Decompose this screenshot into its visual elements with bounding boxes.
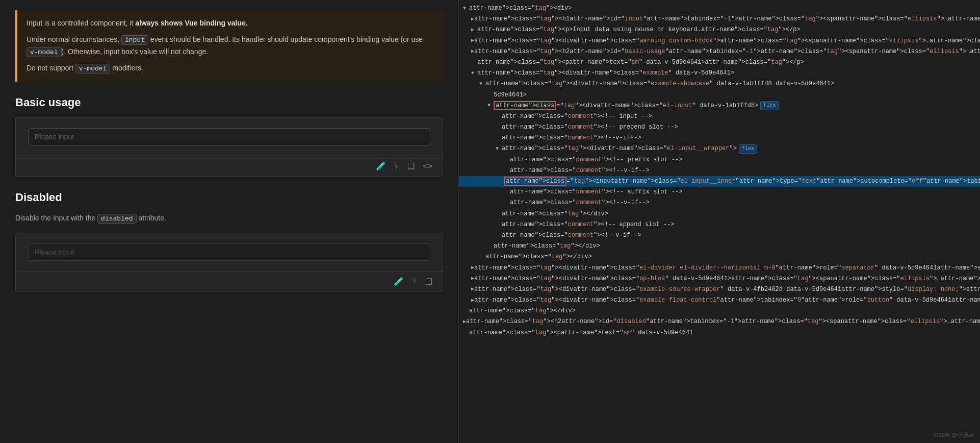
basic-usage-title: Basic usage xyxy=(15,96,443,109)
devtools-line[interactable]: attr-name">class="tag"></div> xyxy=(459,241,980,252)
disabled-toolbar: 🧪 ⑂ ❑ xyxy=(16,271,443,291)
basic-usage-example: 🧪 ⑂ ❑ <> xyxy=(15,117,443,177)
devtools-line[interactable]: attr-name">class="comment"><!--v-if--> xyxy=(459,133,980,143)
disabled-input-wrapper xyxy=(28,243,430,261)
devtools-line[interactable]: attr-name">class="tag"><div attr-name">c… xyxy=(459,36,980,46)
devtools-line[interactable]: attr-name">class="tag"><p>Input data usi… xyxy=(459,24,980,35)
fork-icon[interactable]: ⑂ xyxy=(394,162,399,171)
disabled-desc: Disable the Input with the disabled attr… xyxy=(15,212,443,225)
devtools-line[interactable]: attr-name">class="tag"><h1 attr-name">id… xyxy=(459,14,980,24)
basic-usage-input-area xyxy=(16,118,443,156)
disabled-beaker-icon[interactable]: 🧪 xyxy=(394,277,404,286)
devtools-line[interactable]: attr-name">class="tag"><h2 attr-name">id… xyxy=(459,316,980,327)
devtools-line[interactable]: attr-name">class="tag"><div attr-name">c… xyxy=(459,79,980,89)
devtools-line[interactable]: attr-name">class="tag"><h2 attr-name">id… xyxy=(459,46,980,57)
disabled-fork-icon[interactable]: ⑂ xyxy=(412,277,417,286)
disabled-copy-icon[interactable]: ❑ xyxy=(425,277,432,286)
devtools-line[interactable]: attr-name">class="comment"><!-- prepend … xyxy=(459,122,980,133)
devtools-line[interactable]: attr-name">class="comment"><!--v-if--> xyxy=(459,165,980,176)
devtools-panel: attr-name">class="tag"><div> attr-name">… xyxy=(459,0,980,443)
devtools-line[interactable]: attr-name">class="tag"><div attr-name">c… xyxy=(459,101,980,111)
warning-box: Input is a controlled component, it alwa… xyxy=(15,10,443,82)
basic-usage-input-wrapper[interactable] xyxy=(28,128,430,145)
devtools-line[interactable]: attr-name">class="comment"><!-- append s… xyxy=(459,219,980,230)
devtools-line[interactable]: attr-name">class="tag"><div> xyxy=(459,3,980,14)
disabled-input-area xyxy=(16,233,443,271)
devtools-line[interactable]: attr-name">class="tag"></div> xyxy=(459,306,980,316)
basic-usage-input[interactable] xyxy=(35,133,424,141)
code-icon[interactable]: <> xyxy=(423,162,432,171)
devtools-line[interactable]: attr-name">class="tag"><p attr-name">tex… xyxy=(459,57,980,68)
devtools-line[interactable]: attr-name">class="comment"><!--v-if--> xyxy=(459,198,980,208)
devtools-line[interactable]: attr-name">class="tag"><div attr-name">c… xyxy=(459,274,980,284)
devtools-line[interactable]: attr-name">class="tag"></div> xyxy=(459,209,980,219)
devtools-line[interactable]: attr-name">class="tag"><input attr-name"… xyxy=(459,176,980,187)
devtools-line[interactable]: attr-name">class="tag"><div attr-name">c… xyxy=(459,263,980,274)
devtools-line[interactable]: attr-name">class="tag"><div attr-name">c… xyxy=(459,284,980,295)
left-panel: Input is a controlled component, it alwa… xyxy=(0,0,459,443)
devtools-line[interactable]: attr-name">class="comment"><!-- suffix s… xyxy=(459,187,980,198)
devtools-line[interactable]: attr-name">class="comment"><!-- input --… xyxy=(459,111,980,122)
disabled-title: Disabled xyxy=(15,191,443,204)
devtools-line[interactable]: attr-name">class="tag"><p attr-name">tex… xyxy=(459,328,980,338)
devtools-line[interactable]: attr-name">class="tag"></div> xyxy=(459,252,980,262)
devtools-line[interactable]: attr-name">class="tag"><div attr-name">c… xyxy=(459,68,980,79)
warning-line1: Input is a controlled component, it alwa… xyxy=(27,17,434,30)
beaker-icon[interactable]: 🧪 xyxy=(376,161,386,171)
disabled-input xyxy=(35,248,424,256)
watermark: CSDN @小汤zs xyxy=(934,431,974,439)
warning-line3: Do not support v-model modifiers. xyxy=(27,62,434,75)
devtools-line[interactable]: attr-name">class="comment"><!--v-if--> xyxy=(459,230,980,241)
disabled-example: 🧪 ⑂ ❑ xyxy=(15,233,443,292)
example-toolbar: 🧪 ⑂ ❑ <> xyxy=(16,156,443,176)
devtools-line[interactable]: 5d9e4641> xyxy=(459,90,980,101)
devtools-line[interactable]: attr-name">class="tag"><div attr-name">c… xyxy=(459,143,980,154)
devtools-line[interactable]: attr-name">class="tag"><div attr-name">c… xyxy=(459,295,980,306)
devtools-line[interactable]: attr-name">class="comment"><!-- prefix s… xyxy=(459,155,980,165)
warning-line2: Under normal circumstances, input event … xyxy=(27,34,434,58)
copy-icon[interactable]: ❑ xyxy=(407,161,415,171)
